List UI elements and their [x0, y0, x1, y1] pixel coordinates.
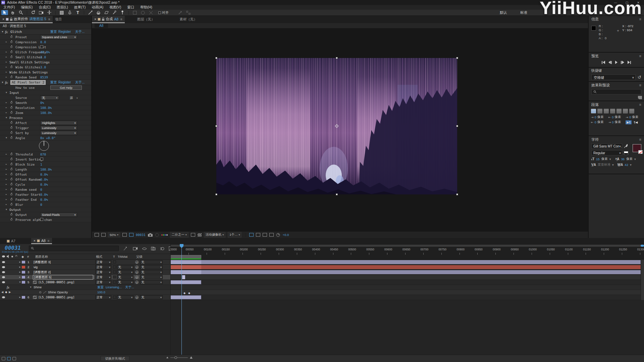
next-keyframe-icon[interactable]: ▶ — [9, 290, 11, 295]
channel-icon[interactable] — [161, 234, 168, 236]
angle-dial[interactable] — [39, 141, 49, 151]
mask-visibility-icon[interactable] — [129, 233, 133, 237]
panel-menu-icon[interactable]: ≡ — [639, 83, 641, 87]
pen-tool-icon[interactable] — [66, 10, 73, 15]
effect-param-row[interactable]: Offset Random 0.0% — [0, 177, 91, 182]
effect-header-pixel-sorter[interactable]: ▼ fx AE Pixel Sorter 2 重置 Register 关于... — [0, 80, 91, 85]
monitor-icon[interactable] — [95, 233, 99, 237]
effect-param-row[interactable]: Smooth 0% — [0, 100, 91, 105]
param-value[interactable]: 100.0% — [40, 110, 52, 115]
stopwatch-icon[interactable] — [10, 158, 12, 160]
label-color-swatch[interactable] — [21, 270, 25, 274]
param-value[interactable] — [40, 45, 43, 48]
effect-name[interactable]: Glitch — [10, 29, 22, 35]
effect-param-row[interactable]: Wide Glitches 3.0 — [0, 65, 91, 70]
align-left-button[interactable] — [591, 109, 596, 113]
param-value[interactable] — [40, 158, 43, 161]
trkmat-dropdown[interactable]: 无 — [117, 275, 133, 279]
effect-param-row[interactable]: Process — [0, 115, 91, 120]
panel-menu-icon[interactable]: ≡ — [639, 54, 641, 58]
effect-param-row[interactable]: How to use Get Help — [0, 85, 91, 90]
previous-frame-button[interactable] — [608, 61, 612, 64]
parent-dropdown[interactable]: 无 — [140, 270, 163, 274]
navigator-end-handle[interactable] — [641, 245, 644, 247]
bw-swatch-icon[interactable] — [624, 151, 628, 155]
align-right-button[interactable] — [604, 109, 609, 113]
selection-handle[interactable] — [456, 125, 458, 127]
table-row[interactable]: ▼ 5 [L5_[0000-0085].png] 正常 无 @ 无 — [0, 280, 644, 285]
effect-param-row[interactable]: Block Size 1 — [0, 162, 91, 167]
layer-duration-bar[interactable] — [170, 260, 644, 264]
register-link[interactable]: Register — [58, 29, 71, 35]
current-frame[interactable]: 00031 — [136, 233, 146, 237]
zoom-tool-icon[interactable] — [17, 10, 24, 15]
effect-param-row[interactable]: Blur 0 — [0, 202, 91, 207]
fast-previews-icon[interactable] — [256, 233, 260, 237]
param-value[interactable]: Get Help — [50, 85, 82, 90]
expand-arrow-icon[interactable]: ► — [19, 270, 21, 275]
panel-menu-icon[interactable]: ≡ — [120, 17, 122, 21]
about-link[interactable]: 关于... — [75, 29, 85, 35]
collapse-arrow-icon[interactable]: ▼ — [19, 280, 21, 285]
work-area-bar[interactable] — [170, 255, 201, 258]
effect-param-row[interactable]: Trigger Luminosity — [0, 125, 91, 130]
stopwatch-icon[interactable] — [10, 214, 12, 216]
chevron-down-icon[interactable]: ▼ — [1, 80, 4, 85]
reset-link[interactable]: 重置 — [97, 285, 104, 290]
effect-param-row[interactable]: Small Glitches 2.0 — [0, 55, 91, 60]
parent-dropdown[interactable]: 无 — [140, 275, 163, 279]
tab-effect-controls[interactable]: × 效果控件 调整图层 5 ≡ — [0, 16, 53, 23]
snapshot-icon[interactable] — [148, 233, 153, 237]
preserve-transparency-toggle[interactable] — [113, 270, 116, 274]
param-extra-dropdown[interactable]: 源 — [70, 95, 78, 101]
close-icon[interactable]: × — [34, 239, 36, 243]
effect-param-row[interactable]: Zoom 100.0% — [0, 110, 91, 115]
name-column-header[interactable]: 图层名称 — [35, 255, 48, 259]
zoom-in-icon[interactable] — [190, 356, 193, 359]
layer-duration-bar[interactable] — [170, 295, 201, 299]
effect-param-row[interactable]: Wide Glitch Settings — [0, 70, 91, 75]
motion-blur-toggle-icon[interactable] — [7, 357, 11, 360]
pixel-aspect-icon[interactable] — [249, 233, 254, 237]
indent-first-field[interactable]: ⇥0像素 — [626, 115, 642, 119]
blend-mode-dropdown[interactable]: 正常 — [95, 295, 111, 299]
workspace-standard[interactable]: 标准 — [520, 10, 527, 15]
transparency-grid-icon[interactable] — [198, 233, 202, 237]
close-icon[interactable]: × — [2, 17, 4, 21]
param-value[interactable]: 无 — [40, 96, 59, 100]
timeline-search-input[interactable] — [29, 246, 119, 251]
param-value[interactable]: Highlights — [40, 121, 77, 125]
stopwatch-icon[interactable] — [10, 112, 12, 114]
layer-name[interactable]: [调整图层 3] — [34, 260, 51, 264]
effect-param-row[interactable]: Input — [0, 90, 91, 95]
justify-all-button[interactable] — [629, 109, 634, 113]
layer-name-selected[interactable]: [调整图层 5] — [33, 275, 93, 280]
safe-margins-icon[interactable] — [122, 233, 127, 237]
effect-param-row[interactable]: Invert Sorting — [0, 157, 91, 162]
composition-viewer[interactable] — [92, 28, 588, 231]
effect-param-row[interactable]: Preset Squares and Lines — [0, 35, 91, 40]
menu-item[interactable]: 图层(L) — [57, 5, 68, 10]
param-value[interactable]: 0.0% — [40, 182, 48, 187]
timeline-tab-a7[interactable]: A7 — [0, 238, 18, 244]
puppet-pin-tool-icon[interactable] — [119, 10, 126, 15]
table-row-selected[interactable]: ► 4 [调整图层 5] 正常 无 @ 无 — [0, 275, 644, 280]
preserve-transparency-toggle[interactable] — [113, 281, 116, 284]
blend-mode-dropdown[interactable]: 正常 — [95, 280, 111, 284]
time-ruler[interactable]: 0000000500010000150002000025000300003500… — [170, 244, 644, 260]
effect-param-row[interactable]: Sort by Luminosity — [0, 130, 91, 135]
parent-pickwhip-icon[interactable]: @ — [135, 296, 139, 299]
add-keyframe-icon[interactable]: ◆ — [5, 290, 7, 295]
text-direction-ltr-button[interactable]: ▶¶ — [626, 120, 632, 124]
trkmat-column-header[interactable]: TrkMat — [118, 255, 127, 258]
preserve-transparency-toggle[interactable] — [113, 276, 116, 279]
layer-duration-bar[interactable] — [182, 275, 185, 279]
property-value[interactable]: 100.0 — [97, 290, 105, 295]
param-value[interactable]: Luminosity — [40, 131, 77, 135]
effect-header-glitch[interactable]: ▼ fx Glitch 重置 Register 关于... — [0, 29, 91, 35]
view-layout-dropdown[interactable]: 1个…▾ — [228, 232, 241, 238]
parent-column-header[interactable]: 父级 — [136, 255, 143, 259]
effect-param-row[interactable]: Glitch Frequency 49.0% — [0, 50, 91, 55]
selection-handle[interactable] — [215, 57, 217, 59]
effect-param-row[interactable]: Feather Start 0.0% — [0, 192, 91, 197]
